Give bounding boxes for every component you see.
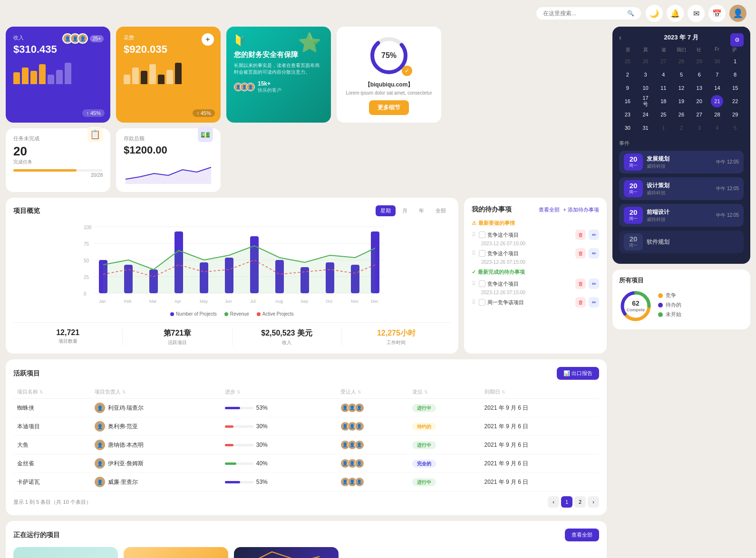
cal-day-29[interactable]: 29: [729, 108, 741, 121]
page-1-btn[interactable]: 1: [561, 496, 572, 508]
event-2-info: 设计策划 威特科技: [647, 182, 712, 196]
cal-day-31[interactable]: 31: [640, 122, 652, 134]
cal-day-4[interactable]: 4: [657, 68, 669, 81]
cal-day-30-prev[interactable]: 30: [711, 55, 723, 67]
running-projects-card: 正在运行的项目 查看全部 🧑‍💻 设计策划 21+ 团队: [6, 521, 607, 558]
prev-page-btn[interactable]: ‹: [548, 496, 559, 508]
table-row: 大鱼 👤 唐纳德·本杰明 30% 👤 👤 �: [13, 436, 599, 454]
table-body: 蜘蛛侠 👤 利亚鸡·瑞查尔 53% 👤 👤: [13, 399, 599, 491]
cal-day-12[interactable]: 12: [675, 82, 688, 94]
cal-day-28[interactable]: 28: [711, 108, 723, 121]
cal-day-27[interactable]: 27: [693, 108, 706, 121]
ebar-5: [158, 75, 165, 84]
cal-day-2[interactable]: 2: [621, 68, 634, 81]
todo-item-row-2: ⠿ 竞争这个项目 🗑 ✏: [472, 248, 599, 259]
todo-check-1[interactable]: [479, 231, 485, 238]
savings-icon: 💵: [198, 127, 213, 142]
mail-icon-btn[interactable]: ✉: [688, 5, 705, 22]
cal-day-1-next[interactable]: 1: [657, 122, 669, 134]
todo-actions-3: 🗑 ✏: [575, 279, 599, 289]
cal-day-22[interactable]: 22: [729, 95, 741, 107]
export-btn[interactable]: 📊 出口报告: [557, 367, 599, 380]
cal-day-11[interactable]: 11: [657, 82, 669, 94]
todo-edit-3[interactable]: ✏: [589, 279, 599, 289]
cal-prev-btn[interactable]: ‹: [619, 34, 621, 41]
proj-card-3: 周一竞争该项目 21+ 团队 到期日 2021 年 9 月 6 日: [234, 547, 339, 558]
cal-day-10[interactable]: 10: [640, 82, 652, 94]
stat-label-revenue: 收入: [233, 339, 341, 346]
todo-section-warning: ⚠ 最新要做的事情: [472, 220, 599, 227]
todo-text-1: 竞争这个项目: [487, 231, 573, 239]
cal-day-29-prev[interactable]: 29: [693, 55, 706, 67]
todo-add[interactable]: + 添加待办事项: [563, 206, 599, 213]
table-row: 金丝雀 👤 伊利亚·詹姆斯 40% 👤 👤: [13, 454, 599, 473]
cal-day-19[interactable]: 19: [675, 95, 688, 107]
assignee-avatars-0: 👤 👤 👤: [340, 403, 405, 413]
cal-day-21[interactable]: 21: [711, 95, 723, 107]
tab-week[interactable]: 星期: [376, 205, 396, 216]
todo-edit-2[interactable]: ✏: [589, 248, 599, 259]
search-input[interactable]: [543, 10, 623, 17]
tab-month[interactable]: 月: [397, 205, 412, 216]
todo-delete-2[interactable]: 🗑: [575, 248, 586, 259]
todo-edit-1[interactable]: ✏: [589, 230, 599, 240]
cal-day-17[interactable]: 17号: [640, 95, 652, 107]
tab-all[interactable]: 全部: [431, 205, 451, 216]
cal-day-15[interactable]: 15: [729, 82, 741, 94]
detail-button[interactable]: 更多细节: [369, 100, 409, 115]
todo-check-4[interactable]: [479, 299, 485, 306]
todo-delete-1[interactable]: 🗑: [575, 230, 586, 240]
todo-delete-3[interactable]: 🗑: [575, 279, 586, 289]
user-avatar-btn[interactable]: 👤: [729, 5, 746, 22]
cal-day-5-next[interactable]: 5: [729, 122, 741, 134]
todo-check-2[interactable]: [479, 250, 485, 257]
cal-day-18[interactable]: 18: [657, 95, 669, 107]
bell-icon-btn[interactable]: 🔔: [667, 5, 684, 22]
todo-edit-4[interactable]: ✏: [589, 297, 599, 308]
event-2: 20 周一 设计策划 威特科技 中午 12:05: [619, 177, 744, 200]
cal-day-7[interactable]: 7: [711, 68, 723, 81]
assignee-avatars-3: 👤 👤 👤: [340, 459, 405, 468]
cal-day-13[interactable]: 13: [693, 82, 706, 94]
todo-view-all[interactable]: 查看全部: [539, 206, 560, 213]
income-card: 收入 👤 👤 👤 25+ $310.435: [6, 27, 110, 123]
cal-day-26[interactable]: 26: [675, 108, 688, 121]
cal-day-3[interactable]: 3: [640, 68, 652, 81]
view-all-running-btn[interactable]: 查看全部: [565, 529, 599, 541]
th-status: 龙位 ⇅: [408, 385, 480, 399]
cal-day-9[interactable]: 9: [621, 82, 634, 94]
cal-day-28-prev[interactable]: 28: [675, 55, 688, 67]
page-2-btn[interactable]: 2: [574, 496, 586, 508]
tab-year[interactable]: 年: [414, 205, 429, 216]
cal-day-8[interactable]: 8: [729, 68, 741, 81]
event-4-info: 软件规划: [647, 238, 739, 246]
next-page-btn[interactable]: ›: [588, 496, 599, 508]
cal-day-24[interactable]: 24: [640, 108, 652, 121]
th-name: 项目名称 ⇅: [13, 385, 91, 399]
cal-day-25[interactable]: 25: [657, 108, 669, 121]
calendar-icon-btn[interactable]: 📅: [708, 5, 726, 22]
cal-day-4-next[interactable]: 4: [711, 122, 723, 134]
cal-day-25-prev[interactable]: 25: [621, 55, 634, 67]
bar-4: [39, 64, 46, 84]
cal-day-6[interactable]: 6: [693, 68, 706, 81]
cal-day-23[interactable]: 23: [621, 108, 634, 121]
cal-day-27-prev[interactable]: 27: [657, 55, 669, 67]
cal-settings-btn[interactable]: ⚙: [730, 33, 744, 47]
cal-day-1[interactable]: 1: [729, 55, 741, 67]
cal-day-30[interactable]: 30: [621, 122, 634, 134]
search-box[interactable]: 🔍: [536, 7, 641, 19]
event-3-badge: 20 周一: [624, 207, 643, 224]
cal-day-2-next[interactable]: 2: [675, 122, 688, 134]
cal-day-20[interactable]: 20: [693, 95, 706, 107]
sort-icon-assignee: ⇅: [358, 390, 361, 394]
cal-day-14[interactable]: 14: [711, 82, 723, 94]
cal-day-26-prev[interactable]: 26: [640, 55, 652, 67]
todo-check-3[interactable]: [479, 280, 485, 287]
cal-day-16[interactable]: 16: [621, 95, 634, 107]
cal-day-3-next[interactable]: 3: [693, 122, 706, 134]
todo-delete-4[interactable]: 🗑: [575, 297, 586, 308]
add-expense-btn[interactable]: +: [202, 33, 214, 46]
moon-icon-btn[interactable]: 🌙: [646, 5, 663, 22]
cal-day-5[interactable]: 5: [675, 68, 688, 81]
